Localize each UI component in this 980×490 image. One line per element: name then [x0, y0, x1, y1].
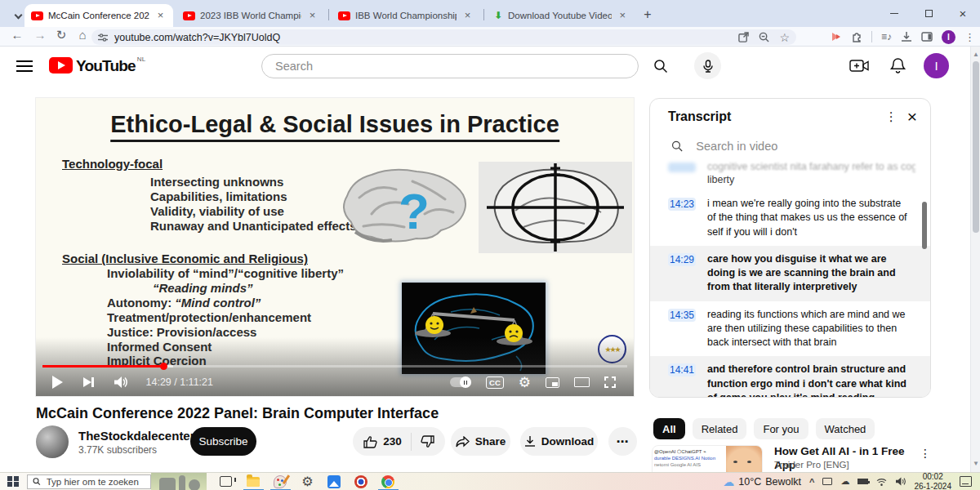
- timestamp-badge[interactable]: 14:23: [668, 198, 696, 211]
- taskbar-search-input[interactable]: [47, 477, 145, 487]
- pink-extension-icon[interactable]: [831, 31, 842, 42]
- transcript-entry[interactable]: 14:23 i mean we're really going into the…: [650, 190, 930, 246]
- transcript-entry-current[interactable]: 14:29 care how you disguise it what we a…: [650, 246, 930, 301]
- scrollbar-down-icon[interactable]: ▼: [973, 461, 979, 467]
- transcript-entry-highlighted[interactable]: 14:41 and therefore control brain struct…: [650, 356, 930, 398]
- photos-button[interactable]: [327, 474, 341, 488]
- channel-name[interactable]: TheStockdalecenter: [78, 429, 195, 443]
- tab-close-icon[interactable]: ×: [461, 9, 474, 22]
- voice-search-button[interactable]: [694, 52, 721, 79]
- timestamp-badge[interactable]: 14:41: [668, 363, 696, 376]
- page-scrollbar[interactable]: ▲ ▼: [970, 47, 980, 472]
- weather-widget[interactable]: ☁ 10°C Bewolkt: [723, 475, 801, 488]
- reload-icon[interactable]: ↻: [52, 28, 70, 42]
- playlist-extension-icon[interactable]: ≡♪: [881, 31, 892, 42]
- tab-ibb-world[interactable]: IBB World Championship - YouT ×: [332, 4, 480, 27]
- page-scrollbar-thumb[interactable]: [973, 61, 979, 233]
- next-icon[interactable]: [83, 377, 94, 387]
- downloads-icon[interactable]: [901, 31, 912, 42]
- transcript-search-input[interactable]: [696, 140, 912, 153]
- create-video-icon[interactable]: [849, 58, 869, 74]
- timestamp-badge[interactable]: 14:29: [668, 253, 696, 266]
- side-panel-icon[interactable]: [921, 31, 933, 42]
- wifi-icon[interactable]: [876, 478, 887, 486]
- browser-profile-avatar[interactable]: I: [942, 30, 956, 44]
- settings-button[interactable]: ⚙: [301, 474, 314, 488]
- fullscreen-icon[interactable]: [604, 376, 616, 388]
- new-tab-button[interactable]: +: [639, 6, 657, 24]
- youtube-logo[interactable]: YouTube NL: [49, 57, 145, 75]
- system-clock[interactable]: 00:02 26-1-2024: [914, 472, 951, 490]
- start-button[interactable]: [7, 476, 19, 488]
- scrollbar-up-icon[interactable]: ▲: [973, 51, 979, 58]
- subscriber-count: 3.77K subscribers: [78, 444, 157, 456]
- subscribe-button[interactable]: Subscribe: [190, 427, 256, 456]
- home-icon[interactable]: ⌂: [74, 28, 91, 42]
- transcript-entry[interactable]: 14:35 reading its functions which are mi…: [650, 301, 930, 357]
- settings-gear-icon[interactable]: ⚙: [519, 376, 531, 390]
- chip-watched[interactable]: Watched: [816, 418, 875, 439]
- recommended-video-menu-icon[interactable]: ⋮: [920, 447, 931, 460]
- play-icon[interactable]: [52, 376, 63, 389]
- taskbar-search-box[interactable]: [27, 474, 151, 489]
- theater-mode-icon[interactable]: [574, 377, 590, 387]
- share-button[interactable]: Share: [451, 427, 510, 456]
- battery-icon[interactable]: [858, 479, 868, 484]
- captions-icon[interactable]: CC: [486, 376, 504, 389]
- autoplay-toggle[interactable]: [450, 377, 471, 387]
- volume-icon[interactable]: [114, 376, 128, 389]
- timestamp-badge[interactable]: 14:35: [668, 309, 696, 322]
- tab-ibb-2023[interactable]: 2023 IBB World Championship | ×: [176, 4, 325, 27]
- channel-avatar[interactable]: [36, 425, 69, 458]
- transcript-scrollbar-thumb[interactable]: [922, 202, 927, 249]
- tab-close-icon[interactable]: ×: [306, 9, 318, 22]
- bookmark-star-icon[interactable]: ☆: [779, 31, 790, 44]
- window-close-button[interactable]: ×: [946, 0, 980, 27]
- thumbs-down-icon[interactable]: [421, 435, 434, 448]
- media-app-button[interactable]: [354, 474, 368, 488]
- tablet-device-icon[interactable]: [822, 478, 832, 485]
- video-player[interactable]: Ethico-Legal & Social Issues in Practice…: [36, 98, 634, 396]
- youtube-search-box[interactable]: [261, 54, 639, 78]
- speaker-icon[interactable]: [895, 477, 906, 486]
- miniplayer-icon[interactable]: [546, 377, 559, 388]
- extensions-puzzle-icon[interactable]: [851, 31, 862, 42]
- chip-all[interactable]: All: [653, 418, 685, 439]
- transcript-entry-partial[interactable]: cognitive scientist nita farahany refer …: [650, 161, 930, 190]
- tab-close-icon[interactable]: ×: [617, 9, 629, 22]
- action-center-icon[interactable]: [960, 476, 972, 487]
- site-settings-icon[interactable]: [98, 33, 108, 42]
- tab-close-icon[interactable]: ×: [154, 9, 167, 22]
- zoom-icon[interactable]: [759, 32, 769, 42]
- recommended-video-channel[interactable]: Traider Pro [ENG]: [774, 460, 849, 470]
- tray-expand-chevron-icon[interactable]: ^: [809, 477, 814, 487]
- browser-menu-kebab-icon[interactable]: ⋮: [964, 31, 975, 43]
- transcript-close-icon[interactable]: ×: [907, 109, 917, 125]
- back-icon[interactable]: ←: [8, 28, 26, 42]
- paint-button[interactable]: [274, 474, 287, 488]
- hamburger-menu-icon[interactable]: [16, 60, 33, 72]
- task-view-button[interactable]: [220, 474, 234, 488]
- notifications-bell-icon[interactable]: [890, 57, 906, 74]
- window-maximize-button[interactable]: [911, 0, 946, 27]
- search-icon[interactable]: [653, 59, 668, 74]
- youtube-profile-avatar[interactable]: I: [924, 53, 949, 78]
- tab-download-videos[interactable]: ⬇ Download Youtube Videos for F ×: [487, 4, 635, 27]
- youtube-search-input[interactable]: [275, 60, 638, 73]
- window-minimize-button[interactable]: [877, 0, 911, 27]
- tab-mccain-conference[interactable]: McCain Conference 2022 Panel: ×: [24, 4, 173, 27]
- url-bar[interactable]: youtube.com/watch?v=JKYbl7UoldQ ☆: [91, 29, 796, 45]
- thumbs-up-icon[interactable]: [363, 435, 377, 448]
- transcript-search-box[interactable]: [650, 135, 930, 161]
- forward-icon[interactable]: →: [31, 28, 49, 42]
- open-in-new-icon[interactable]: [738, 32, 749, 42]
- more-actions-button[interactable]: ⋯: [608, 427, 637, 456]
- onedrive-cloud-icon[interactable]: ☁: [840, 476, 849, 487]
- progress-bar[interactable]: [42, 365, 627, 368]
- file-explorer-button[interactable]: [247, 474, 261, 488]
- transcript-menu-kebab-icon[interactable]: ⋮: [875, 109, 907, 124]
- chip-for-you[interactable]: For you: [754, 418, 808, 439]
- chrome-button[interactable]: [381, 474, 395, 488]
- download-button[interactable]: Download: [520, 427, 598, 456]
- chip-related[interactable]: Related: [693, 418, 747, 439]
